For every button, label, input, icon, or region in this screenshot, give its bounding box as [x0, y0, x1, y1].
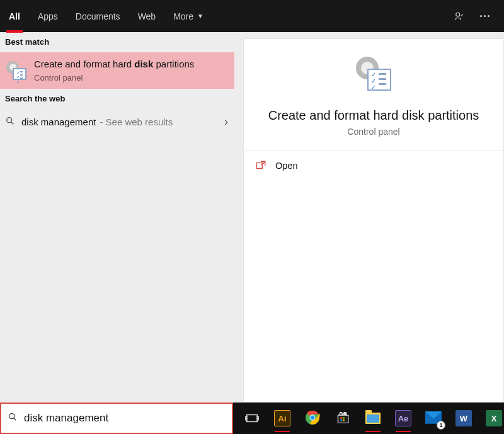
preview-actions: Open — [243, 151, 504, 403]
title-bold: disk — [134, 59, 153, 69]
taskbar: Ai Ae 1 W X — [233, 403, 504, 434]
result-title: Create and format hard disk partitions — [34, 59, 229, 71]
tab-all[interactable]: All — [0, 0, 29, 32]
open-icon — [255, 160, 266, 171]
web-result[interactable]: disk management - See web results › — [0, 109, 234, 135]
chrome-icon[interactable] — [302, 408, 323, 428]
result-text: Create and format hard disk partitions C… — [34, 59, 229, 83]
chevron-down-icon: ▼ — [197, 13, 203, 20]
task-view-icon[interactable] — [242, 408, 262, 428]
store-icon[interactable] — [333, 408, 353, 428]
search-box[interactable] — [0, 403, 233, 434]
tab-apps[interactable]: Apps — [29, 0, 67, 32]
result-subtitle: Control panel — [34, 73, 229, 83]
tab-label: More — [173, 11, 193, 21]
preview-title: Create and format hard disk partitions — [268, 108, 479, 123]
svg-point-0 — [456, 13, 460, 16]
search-icon — [5, 116, 15, 128]
title-part: partitions — [153, 59, 194, 69]
svg-point-4 — [9, 414, 14, 419]
best-match-header: Best match — [0, 32, 234, 52]
chevron-right-icon: › — [224, 115, 228, 128]
svg-rect-12 — [338, 415, 349, 423]
search-the-web-header: Search the web — [0, 89, 234, 109]
after-effects-icon[interactable]: Ae — [393, 408, 413, 428]
svg-point-11 — [311, 415, 315, 420]
bottom-strip: Ai Ae 1 W X — [0, 403, 504, 434]
svg-rect-13 — [340, 417, 342, 419]
tab-label: All — [9, 11, 20, 21]
open-action[interactable]: Open — [244, 151, 503, 180]
file-explorer-icon[interactable] — [363, 408, 383, 428]
action-label: Open — [275, 161, 297, 171]
disk-partitions-icon: ✓✓✓ — [353, 57, 394, 97]
pane-gap — [234, 32, 243, 403]
search-body: Best match ✓✓✓ Create and format hard di… — [0, 32, 504, 403]
preview-card: ✓✓✓ Create and format hard disk partitio… — [243, 38, 504, 151]
tab-web[interactable]: Web — [129, 0, 165, 32]
tab-more[interactable]: More ▼ — [164, 0, 212, 32]
svg-rect-3 — [256, 163, 262, 169]
more-options-icon[interactable] — [479, 11, 490, 22]
scope-tabs: All Apps Documents Web More ▼ — [0, 0, 212, 32]
best-match-result[interactable]: ✓✓✓ Create and format hard disk partitio… — [0, 52, 234, 89]
web-term: disk management — [21, 117, 96, 127]
rewards-icon[interactable] — [454, 11, 465, 22]
illustrator-icon[interactable]: Ai — [272, 408, 292, 428]
tab-label: Apps — [38, 11, 58, 21]
excel-icon[interactable]: X — [484, 408, 504, 428]
svg-rect-16 — [343, 419, 345, 421]
tab-label: Web — [138, 11, 156, 21]
web-result-text: disk management - See web results — [21, 117, 218, 127]
preview-pane: ✓✓✓ Create and format hard disk partitio… — [243, 32, 504, 403]
preview-subtitle: Control panel — [347, 127, 399, 137]
disk-partitions-icon: ✓✓✓ — [4, 59, 28, 83]
web-hint: - See web results — [100, 117, 173, 127]
mail-icon[interactable]: 1 — [423, 408, 444, 428]
svg-rect-7 — [246, 416, 247, 420]
svg-rect-6 — [247, 415, 258, 422]
svg-rect-15 — [340, 419, 342, 421]
svg-line-2 — [11, 122, 14, 124]
svg-rect-14 — [343, 417, 345, 419]
svg-point-1 — [7, 117, 12, 122]
svg-rect-8 — [257, 416, 258, 420]
svg-line-5 — [14, 418, 16, 421]
word-icon[interactable]: W — [454, 408, 474, 428]
tab-label: Documents — [76, 11, 120, 21]
search-input[interactable] — [24, 412, 226, 425]
results-pane: Best match ✓✓✓ Create and format hard di… — [0, 32, 234, 403]
search-icon — [8, 412, 18, 425]
title-part: Create and format hard — [34, 59, 134, 69]
topbar-right — [454, 11, 504, 22]
mail-badge: 1 — [437, 421, 445, 430]
search-scope-bar: All Apps Documents Web More ▼ — [0, 0, 504, 32]
tab-documents[interactable]: Documents — [67, 0, 129, 32]
